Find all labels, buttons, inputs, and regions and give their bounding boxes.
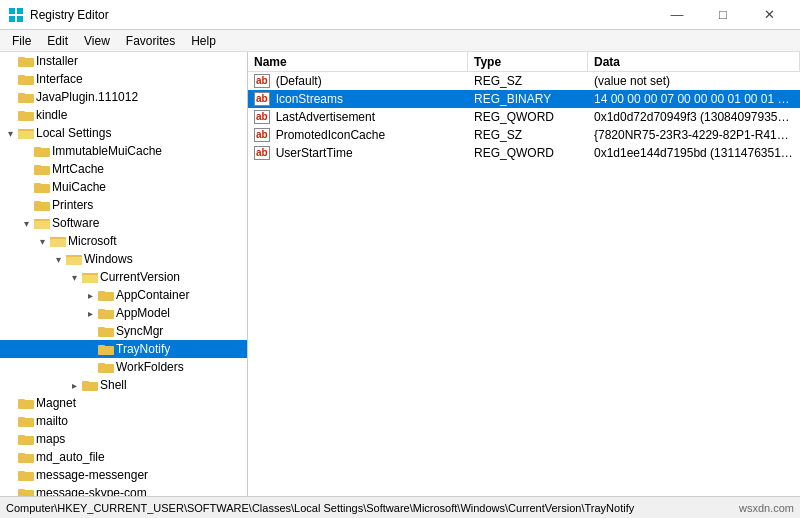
svg-rect-34 [82,275,98,283]
tree-item-shell[interactable]: ▸Shell [0,376,247,394]
tree-item-message-messenger[interactable]: message-messenger [0,466,247,484]
data-cell-type-4: REG_QWORD [468,145,588,161]
data-row-2[interactable]: ab LastAdvertisement REG_QWORD 0x1d0d72d… [248,108,800,126]
tree-item-kindle[interactable]: kindle [0,106,247,124]
svg-rect-9 [18,94,34,103]
tree-item-software[interactable]: ▾Software [0,214,247,232]
svg-rect-3 [17,16,23,22]
tree-item-mailto[interactable]: mailto [0,412,247,430]
reg-icon: ab [254,128,270,142]
svg-rect-16 [34,148,50,157]
data-cell-type-1: REG_BINARY [468,91,588,107]
folder-closed-icon [18,414,34,428]
folder-open-icon [82,270,98,284]
tree-label-muicache: MuiCache [52,180,106,194]
tree-label-appmodel: AppModel [116,306,170,320]
tree-item-printers[interactable]: Printers [0,196,247,214]
menu-favorites[interactable]: Favorites [118,32,183,50]
data-cell-name-4: ab UserStartTime [248,145,468,161]
folder-closed-icon [98,342,114,356]
maximize-button[interactable]: □ [700,0,746,30]
tree-label-maps: maps [36,432,65,446]
tree-item-magnet[interactable]: Magnet [0,394,247,412]
svg-rect-20 [34,184,50,193]
tree-item-maps[interactable]: maps [0,430,247,448]
data-rows[interactable]: ab (Default) REG_SZ (value not set) ab I… [248,72,800,496]
tree-item-mrcache[interactable]: MrtCache [0,160,247,178]
tree-toggle-windows[interactable]: ▾ [50,251,66,267]
data-row-4[interactable]: ab UserStartTime REG_QWORD 0x1d1ee144d71… [248,144,800,162]
svg-rect-22 [34,202,50,211]
data-cell-data-2: 0x1d0d72d70949f3 (13084097935030451) [588,109,800,125]
data-row-1[interactable]: ab IconStreams REG_BINARY 14 00 00 00 07… [248,90,800,108]
tree-toggle-shell[interactable]: ▸ [66,377,82,393]
svg-rect-2 [9,16,15,22]
data-name-text-2: LastAdvertisement [276,110,375,124]
tree-item-immutablemuicache[interactable]: ImmutableMuiCache [0,142,247,160]
svg-rect-42 [98,346,114,355]
data-cell-type-3: REG_SZ [468,127,588,143]
menu-view[interactable]: View [76,32,118,50]
data-cell-name-1: ab IconStreams [248,91,468,107]
folder-closed-icon [98,324,114,338]
data-cell-data-4: 0x1d1ee144d7195bd (131147635136501181) [588,145,800,161]
minimize-button[interactable]: — [654,0,700,30]
tree-toggle-currentversion[interactable]: ▾ [66,269,82,285]
svg-rect-28 [50,239,66,247]
window-title: Registry Editor [30,8,109,22]
data-cell-name-0: ab (Default) [248,73,468,89]
col-header-data: Data [588,52,800,71]
data-row-0[interactable]: ab (Default) REG_SZ (value not set) [248,72,800,90]
tree-toggle-software[interactable]: ▾ [18,215,34,231]
tree-item-interface[interactable]: Interface [0,70,247,88]
tree-toggle-microsoft[interactable]: ▾ [34,233,50,249]
tree-scroll[interactable]: Installer Interface JavaPlugin.111012 ki… [0,52,247,496]
data-name-text-0: (Default) [276,74,322,88]
tree-item-installer[interactable]: Installer [0,52,247,70]
tree-item-currentversion[interactable]: ▾CurrentVersion [0,268,247,286]
tree-item-appcontainer[interactable]: ▸AppContainer [0,286,247,304]
tree-label-interface: Interface [36,72,83,86]
tree-item-workfolders[interactable]: WorkFolders [0,358,247,376]
title-bar: Registry Editor — □ ✕ [0,0,800,30]
tree-item-message-skype-com[interactable]: message-skype-com [0,484,247,496]
folder-open-icon [66,252,82,266]
svg-rect-38 [98,310,114,319]
folder-closed-icon [98,288,114,302]
tree-item-appmodel[interactable]: ▸AppModel [0,304,247,322]
tree-item-md_auto_file[interactable]: md_auto_file [0,448,247,466]
close-button[interactable]: ✕ [746,0,792,30]
app-icon [8,7,24,23]
tree-label-magnet: Magnet [36,396,76,410]
svg-rect-11 [18,112,34,121]
tree-item-windows[interactable]: ▾Windows [0,250,247,268]
tree-toggle-appcontainer[interactable]: ▸ [82,287,98,303]
menu-edit[interactable]: Edit [39,32,76,50]
tree-item-javaplugin[interactable]: JavaPlugin.111012 [0,88,247,106]
tree-item-microsoft[interactable]: ▾Microsoft [0,232,247,250]
svg-rect-52 [18,436,34,445]
tree-item-traynotify[interactable]: TrayNotify [0,340,247,358]
tree-label-appcontainer: AppContainer [116,288,189,302]
tree-toggle-localsettings[interactable]: ▾ [2,125,18,141]
tree-label-installer: Installer [36,54,78,68]
tree-item-syncmgr[interactable]: SyncMgr [0,322,247,340]
tree-label-printers: Printers [52,198,93,212]
svg-rect-44 [98,364,114,373]
menu-help[interactable]: Help [183,32,224,50]
menu-file[interactable]: File [4,32,39,50]
data-row-3[interactable]: ab PromotedIconCache REG_SZ {7820NR75-23… [248,126,800,144]
folder-open-icon [18,126,34,140]
data-name-text-3: PromotedIconCache [276,128,385,142]
data-cell-data-3: {7820NR75-23R3-4229-82P1-R41PO67Q5O9P};{… [588,127,800,143]
folder-closed-icon [98,360,114,374]
tree-label-localsettings: Local Settings [36,126,111,140]
tree-item-localsettings[interactable]: ▾Local Settings [0,124,247,142]
folder-closed-icon [18,90,34,104]
tree-item-muicache[interactable]: MuiCache [0,178,247,196]
folder-open-icon [50,234,66,248]
svg-rect-25 [34,221,50,229]
col-header-name: Name [248,52,468,71]
data-header: Name Type Data [248,52,800,72]
tree-toggle-appmodel[interactable]: ▸ [82,305,98,321]
